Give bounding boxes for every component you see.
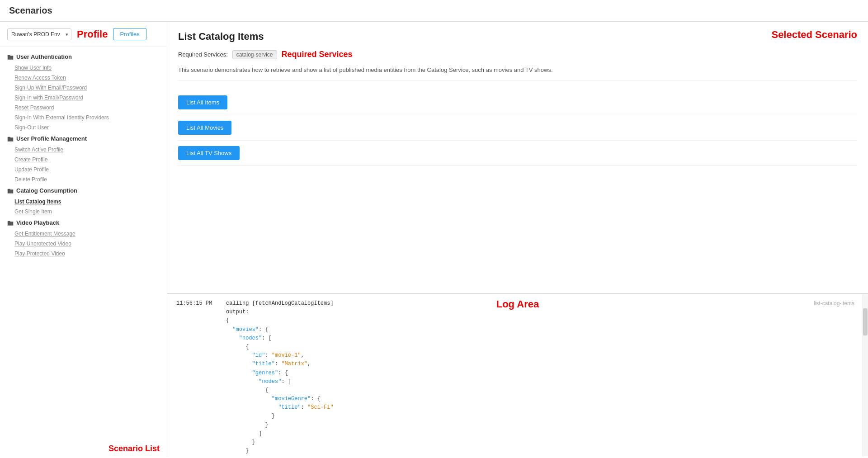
log-line: "movies": { [226, 326, 334, 334]
nav-item-list-catalog-items[interactable]: List Catalog Items [0, 197, 167, 207]
nav-section: User Authentication Show User Info Renew… [0, 47, 167, 262]
nav-item-switch-active-profile[interactable]: Switch Active Profile [0, 145, 167, 155]
nav-item-show-user-info[interactable]: Show User Info [0, 63, 167, 73]
log-line: "movieGenre": { [226, 395, 334, 403]
nav-item-get-single-item[interactable]: Get Single Item [0, 207, 167, 217]
list-all-tv-shows-button[interactable]: List All TV Shows [178, 146, 240, 160]
log-line: "nodes": [ [226, 334, 334, 343]
app-title: Scenarios [9, 5, 52, 15]
folder-icon-catalog [7, 188, 14, 194]
sidebar-header: Ruwan's PROD Env Staging Env Dev Env Pro… [0, 22, 167, 47]
log-line: "title": "Sci-Fi" [226, 403, 334, 412]
log-line: ] [226, 430, 334, 438]
log-line: output: [226, 308, 334, 316]
log-text: calling [fetchAndLogCatalogItems] output… [226, 299, 334, 456]
nav-item-reset-password[interactable]: Reset Password [0, 103, 167, 113]
nav-item-delete-profile[interactable]: Delete Profile [0, 175, 167, 184]
nav-item-play-unprotected-video[interactable]: Play Unprotected Video [0, 239, 167, 249]
selected-scenario-label: Selected Scenario [771, 29, 857, 41]
log-line: } [226, 412, 334, 420]
scenario-panel: Selected Scenario List Catalog Items Req… [167, 22, 868, 293]
log-line: "genres": { [226, 369, 334, 378]
profiles-button[interactable]: Profiles [113, 28, 146, 40]
scenario-list-label: Scenario List [0, 441, 167, 456]
nav-group-user-profile-mgmt: User Profile Management [0, 132, 167, 145]
nav-group-label-video-playback: Video Playback [16, 219, 59, 226]
log-panel: Log Area list-catalog-items 11:56:15 PM … [167, 293, 868, 456]
log-line: } [226, 438, 334, 447]
sidebar: Ruwan's PROD Env Staging Env Dev Env Pro… [0, 22, 167, 456]
log-entry: 11:56:15 PM calling [fetchAndLogCatalogI… [176, 299, 859, 456]
log-line: } [226, 447, 334, 455]
nav-group-video-playback: Video Playback [0, 217, 167, 229]
log-scrollbar[interactable] [863, 294, 868, 456]
nav-group-label-catalog-consumption: Catalog Consumption [16, 187, 77, 194]
nav-item-sign-in-external[interactable]: Sign-In With External Identity Providers [0, 113, 167, 123]
list-all-movies-button[interactable]: List All Movies [178, 121, 231, 135]
log-content[interactable]: 11:56:15 PM calling [fetchAndLogCatalogI… [167, 294, 868, 456]
nav-group-catalog-consumption: Catalog Consumption [0, 184, 167, 197]
nav-item-play-protected-video[interactable]: Play Protected Video [0, 249, 167, 259]
log-line: { [226, 343, 334, 351]
folder-icon-video [7, 220, 14, 226]
scrollbar-thumb [863, 308, 868, 335]
nav-item-sign-out-user[interactable]: Sign-Out User [0, 123, 167, 132]
env-dropdown[interactable]: Ruwan's PROD Env Staging Env Dev Env [7, 28, 71, 40]
nav-item-create-profile[interactable]: Create Profile [0, 155, 167, 165]
required-services-row: Required Services: catalog-service Requi… [178, 50, 857, 59]
service-badge: catalog-service [232, 50, 277, 59]
nav-item-update-profile[interactable]: Update Profile [0, 165, 167, 175]
scenario-description: This scenario demonstrates how to retrie… [178, 66, 857, 81]
folder-icon [7, 54, 14, 60]
nav-group-label-user-profile-mgmt: User Profile Management [16, 135, 87, 142]
app-header: Scenarios [0, 0, 868, 22]
nav-group-label-user-auth: User Authentication [16, 53, 72, 60]
log-line: "nodes": [ [226, 378, 334, 386]
log-timestamp: 11:56:15 PM [176, 299, 217, 456]
action-row-list-all-items: List All Items [178, 90, 857, 115]
action-row-list-all-tv-shows: List All TV Shows [178, 141, 857, 166]
nav-item-sign-up-email[interactable]: Sign-Up With Email/Password [0, 83, 167, 93]
required-services-red: Required Services [282, 50, 353, 59]
nav-item-sign-in-email[interactable]: Sign-In with Email/Password [0, 93, 167, 103]
log-line: } [226, 421, 334, 430]
main-layout: Ruwan's PROD Env Staging Env Dev Env Pro… [0, 22, 868, 456]
scenario-title: List Catalog Items [178, 31, 857, 42]
nav-group-user-auth: User Authentication [0, 51, 167, 63]
log-line: "id": "movie-1", [226, 351, 334, 360]
env-dropdown-wrapper[interactable]: Ruwan's PROD Env Staging Env Dev Env [7, 28, 71, 40]
action-row-list-all-movies: List All Movies [178, 115, 857, 141]
log-line: "title": "Matrix", [226, 360, 334, 368]
log-line: { [226, 386, 334, 395]
profile-label: Profile [77, 28, 108, 40]
log-line: ] [226, 455, 334, 456]
log-line: calling [fetchAndLogCatalogItems] [226, 299, 334, 308]
required-services-label: Required Services: [178, 51, 228, 58]
nav-item-renew-access-token[interactable]: Renew Access Token [0, 73, 167, 83]
log-line: { [226, 316, 334, 325]
main-content: Selected Scenario List Catalog Items Req… [167, 22, 868, 456]
list-all-items-button[interactable]: List All Items [178, 95, 227, 109]
nav-item-get-entitlement-message[interactable]: Get Entitlement Message [0, 229, 167, 239]
folder-icon-profile [7, 136, 14, 142]
